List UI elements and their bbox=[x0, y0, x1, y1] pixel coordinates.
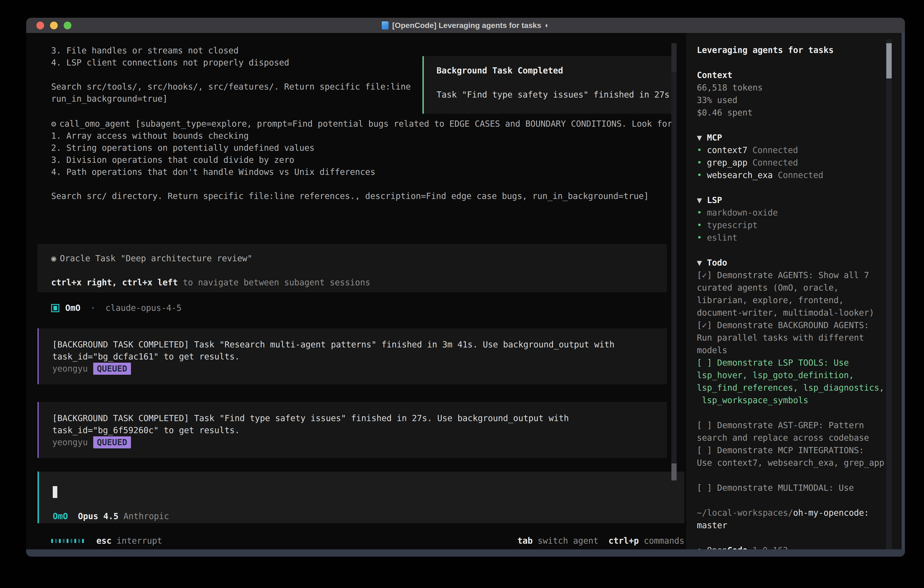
tab-key-label: tab bbox=[518, 536, 533, 546]
window-controls bbox=[36, 18, 71, 33]
todo-line: [ ] Demonstrate AST-GREP: Pattern bbox=[697, 419, 876, 431]
todo-line: [✓] Demonstrate AGENTS: Show all 7 bbox=[697, 269, 876, 281]
spacer-line bbox=[697, 469, 876, 482]
oracle-task-title-line: ◉Oracle Task "Deep architecture review" bbox=[51, 253, 653, 264]
esc-hint: escinterrupt bbox=[96, 535, 162, 547]
session-sidebar: Leveraging agents for tasks Context 66,5… bbox=[686, 33, 901, 549]
omo-agent-icon bbox=[51, 304, 59, 312]
minimize-window-button[interactable] bbox=[50, 21, 58, 29]
spacer-line bbox=[51, 264, 653, 276]
todo-line: models bbox=[697, 344, 876, 357]
chevron-down-icon: ▼ bbox=[697, 258, 702, 268]
agent-model-line: OmO · claude-opus-4-5 bbox=[51, 302, 182, 314]
mcp-name: grep_app bbox=[707, 158, 747, 168]
lsp-name: eslint bbox=[707, 233, 738, 243]
window-bottom-edge bbox=[26, 549, 905, 557]
tool-call-text: call_omo_agent [subagent_type=explore, p… bbox=[59, 119, 672, 129]
shortcut-separator: , bbox=[112, 277, 122, 287]
chat-scrollbar-thumb[interactable] bbox=[672, 463, 676, 481]
lsp-section-header[interactable]: ▼LSP bbox=[697, 194, 876, 206]
todo-section-header[interactable]: ▼Todo bbox=[697, 256, 876, 269]
spacer-line bbox=[697, 532, 876, 544]
lsp-heading: LSP bbox=[707, 195, 722, 205]
todo-line-active: lsp_workspace_symbols bbox=[697, 394, 876, 406]
workspace-repo: oh-my-opencode: bbox=[793, 508, 869, 518]
todo-line: document-writer, multimodal-looker) bbox=[697, 307, 876, 319]
chevron-down-icon: ▼ bbox=[697, 195, 702, 205]
input-agent-name: OmO bbox=[53, 511, 68, 521]
task-message-meta: yeongyuQUEUED bbox=[52, 436, 653, 448]
tab-action-label: switch agent bbox=[538, 536, 599, 546]
todo-line: Use context7, websearch_exa, grep_app bbox=[697, 457, 876, 469]
task-message-line: [BACKGROUND TASK COMPLETED] Task "Resear… bbox=[52, 339, 653, 351]
input-footer: OmOOpus 4.5Anthropic bbox=[53, 510, 169, 522]
todo-line: curated agents (OmO, oracle, bbox=[697, 281, 876, 294]
chat-scrollbar-track[interactable] bbox=[672, 43, 676, 464]
titlebar: [OpenCode] Leveraging agents for tasks ◐ bbox=[26, 18, 905, 33]
todo-line-active: [ ] Demonstrate LSP TOOLS: Use bbox=[697, 357, 876, 369]
oracle-task-hint: ctrl+x right, ctrl+x left to navigate be… bbox=[51, 276, 653, 289]
context-tokens: 66,518 tokens bbox=[697, 81, 876, 94]
esc-key-label: esc bbox=[96, 536, 112, 546]
workspace-path: ~/local-workspaces/oh-my-opencode: bbox=[697, 507, 876, 519]
window-title-group: [OpenCode] Leveraging agents for tasks ◐ bbox=[26, 21, 905, 30]
gear-icon: ⚙ bbox=[51, 119, 56, 129]
target-icon: ◉ bbox=[51, 254, 56, 263]
mcp-name: context7 bbox=[707, 145, 747, 155]
tool-call-header: ⚙call_omo_agent [subagent_type=explore, … bbox=[51, 118, 672, 130]
chat-line: Search src/tools/, src/hooks/, src/featu… bbox=[51, 81, 411, 93]
shortcut-hints: tabswitch agentctrl+pcommands bbox=[518, 535, 684, 547]
shortcut-key: ctrl+x left bbox=[122, 277, 178, 287]
spacer-line bbox=[697, 406, 876, 419]
sidebar-scrollbar-track[interactable] bbox=[886, 39, 892, 549]
lsp-item: •eslint bbox=[697, 231, 876, 244]
chat-line bbox=[51, 69, 411, 81]
zoom-window-button[interactable] bbox=[64, 21, 71, 29]
window-title: [OpenCode] Leveraging agents for tasks bbox=[392, 21, 541, 30]
prompt-input[interactable]: OmOOpus 4.5Anthropic bbox=[38, 472, 684, 523]
mcp-section-header[interactable]: ▼MCP bbox=[697, 131, 876, 144]
lsp-item: •typescript bbox=[697, 219, 876, 231]
shortcut-key: ctrl+x right bbox=[51, 277, 112, 287]
todo-line: search and replace across codebase bbox=[697, 431, 876, 444]
bullet-icon: • bbox=[697, 233, 702, 243]
background-task-message: [BACKGROUND TASK COMPLETED] Task "Find t… bbox=[38, 402, 667, 458]
input-provider-name: Anthropic bbox=[124, 511, 169, 521]
moon-progress-icon: ◐ bbox=[545, 21, 549, 30]
context-heading: Context bbox=[697, 69, 876, 81]
chat-scrollbar-shade bbox=[672, 43, 676, 72]
close-window-button[interactable] bbox=[36, 21, 44, 29]
spacer-line bbox=[697, 494, 876, 507]
text-cursor bbox=[53, 486, 57, 498]
spinner-dots-icon bbox=[51, 539, 84, 543]
ctrlp-key-label: ctrl+p bbox=[609, 536, 639, 546]
agent-name: OmO bbox=[65, 303, 81, 313]
todo-line: librarian, explore, frontend, bbox=[697, 294, 876, 307]
task-message-meta: yeongyuQUEUED bbox=[52, 363, 653, 375]
chat-paragraph: 3. File handles or streams not closed 4.… bbox=[51, 45, 411, 105]
mcp-status: Connected bbox=[752, 158, 798, 168]
sidebar-scrollbar-thumb[interactable] bbox=[886, 43, 892, 78]
mcp-item: •websearch_exaConnected bbox=[697, 169, 876, 182]
todo-line-active: lsp_find_references, lsp_diagnostics, bbox=[697, 382, 876, 394]
task-message-line: task_id="bg_dcfac161" to get results. bbox=[52, 351, 653, 363]
chat-line: 2. String operations on potentially unde… bbox=[51, 142, 672, 154]
context-used: 33% used bbox=[697, 94, 876, 106]
chat-line: 4. Path operations that don't handle Win… bbox=[51, 166, 672, 178]
lsp-name: markdown-oxide bbox=[707, 208, 778, 218]
username: yeongyu bbox=[52, 364, 88, 373]
session-title: Leveraging agents for tasks bbox=[697, 44, 876, 56]
background-task-toast: Background Task Completed Task "Find typ… bbox=[422, 56, 675, 114]
toast-title: Background Task Completed bbox=[437, 64, 674, 77]
document-icon bbox=[382, 21, 389, 30]
ctrlp-action-label: commands bbox=[644, 536, 684, 546]
chat-line: Search src/ directory. Return specific f… bbox=[51, 190, 672, 202]
input-model-name: Opus 4.5 bbox=[78, 511, 119, 521]
bullet-icon: • bbox=[697, 220, 702, 230]
chat-line: 3. Division operations that could divide… bbox=[51, 154, 672, 166]
lsp-item: •markdown-oxide bbox=[697, 206, 876, 219]
queued-badge: QUEUED bbox=[93, 363, 131, 375]
esc-action-label: interrupt bbox=[117, 536, 162, 546]
oracle-task-title: Oracle Task "Deep architecture review" bbox=[60, 254, 252, 263]
bullet-icon: • bbox=[697, 208, 702, 218]
